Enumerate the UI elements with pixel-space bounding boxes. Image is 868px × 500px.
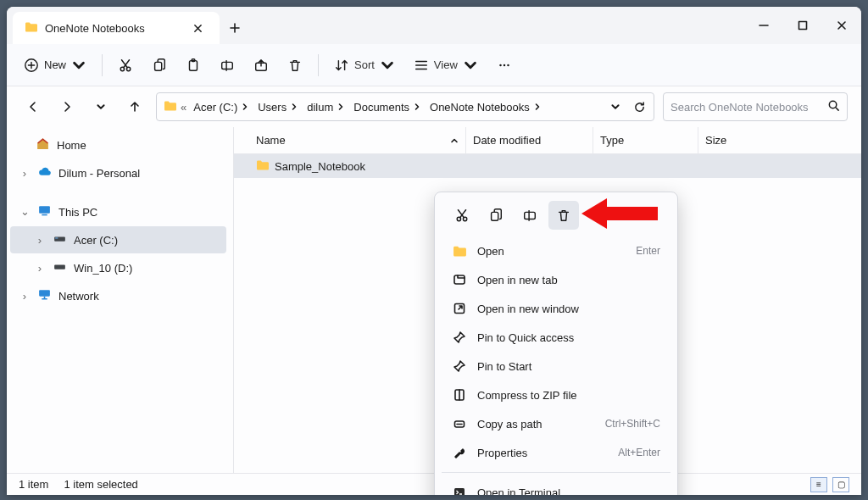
toolbar: New Sort View (7, 44, 861, 86)
svg-rect-14 (42, 214, 47, 216)
breadcrumb-item[interactable]: Users (254, 99, 302, 115)
file-row[interactable]: Sample_Notebook (234, 154, 861, 178)
svg-rect-13 (39, 206, 50, 214)
pc-icon (37, 203, 52, 220)
address-bar[interactable]: « Acer (C:) Users dilum Documents OneNot… (156, 92, 654, 121)
column-header-date[interactable]: Date modified (466, 127, 593, 153)
context-properties[interactable]: Properties Alt+Enter (440, 438, 672, 467)
context-delete-button[interactable] (548, 201, 579, 230)
paste-button[interactable] (177, 51, 209, 80)
address-row: « Acer (C:) Users dilum Documents OneNot… (7, 86, 861, 127)
svg-rect-17 (54, 264, 65, 269)
status-count: 1 item (19, 478, 48, 491)
breadcrumb-item[interactable]: Documents (350, 99, 425, 115)
new-button[interactable]: New (15, 51, 95, 80)
sidebar-item-network[interactable]: › Network (10, 282, 226, 309)
context-open[interactable]: Open Enter (440, 236, 672, 265)
new-window-icon (452, 302, 467, 315)
view-label: View (434, 58, 458, 71)
folder-icon (256, 158, 270, 175)
context-copy-path[interactable]: Copy as path Ctrl+Shift+C (440, 409, 672, 438)
sidebar-item-drive-d[interactable]: › Win_10 (D:) (10, 254, 226, 281)
svg-rect-21 (492, 212, 498, 220)
drive-icon (53, 259, 67, 276)
status-selected: 1 item selected (64, 478, 137, 491)
delete-button[interactable] (279, 51, 311, 80)
forward-button[interactable] (54, 94, 80, 119)
cut-button[interactable] (109, 51, 142, 80)
svg-rect-0 (799, 22, 807, 30)
chevron-right-icon: › (19, 167, 31, 180)
sort-button[interactable]: Sort (326, 51, 403, 80)
context-open-new-tab[interactable]: Open in new tab (440, 265, 672, 294)
drive-icon (53, 231, 67, 248)
breadcrumb-item[interactable]: dilum (303, 99, 348, 115)
tab-current[interactable]: OneNote Notebooks (13, 12, 220, 44)
search-input[interactable] (670, 101, 822, 114)
search-box[interactable] (663, 92, 848, 121)
column-header-size[interactable]: Size (698, 127, 766, 153)
chevron-down-icon: ⌄ (19, 205, 31, 218)
context-open-new-window[interactable]: Open in new window (440, 294, 672, 323)
chevron-right-icon: › (34, 234, 46, 247)
rename-button[interactable] (211, 51, 243, 80)
search-icon (827, 99, 840, 114)
minimize-button[interactable] (744, 7, 783, 44)
view-large-button[interactable]: ▢ (832, 477, 849, 492)
svg-rect-23 (454, 275, 465, 284)
svg-rect-22 (525, 212, 536, 219)
context-open-terminal[interactable]: Open in Terminal (440, 478, 672, 495)
maximize-button[interactable] (783, 7, 822, 44)
breadcrumb-item[interactable]: OneNote Notebooks (426, 99, 545, 115)
column-header-name[interactable]: Name (249, 127, 466, 153)
zip-icon (452, 388, 467, 402)
cloud-icon (37, 164, 52, 181)
context-rename-button[interactable] (515, 201, 545, 230)
file-explorer-window: OneNote Notebooks New Sort (7, 7, 861, 495)
sidebar-item-thispc[interactable]: ⌄ This PC (10, 198, 226, 225)
copy-path-icon (452, 417, 467, 431)
context-compress-zip[interactable]: Compress to ZIP file (440, 381, 672, 409)
tab-close-button[interactable] (187, 18, 208, 38)
folder-icon (25, 20, 38, 36)
sidebar-item-drive-c[interactable]: › Acer (C:) (10, 226, 226, 253)
view-button[interactable]: View (405, 51, 487, 80)
new-label: New (44, 58, 66, 71)
svg-rect-15 (54, 236, 65, 241)
back-button[interactable] (20, 94, 46, 119)
up-button[interactable] (122, 94, 147, 119)
context-pin-quick-access[interactable]: Pin to Quick access (440, 323, 672, 352)
close-window-button[interactable] (822, 7, 861, 44)
sidebar-item-home[interactable]: Home (10, 131, 226, 158)
pin-icon (452, 359, 467, 373)
title-bar: OneNote Notebooks (7, 7, 861, 44)
column-headers: Name Date modified Type Size (234, 127, 861, 154)
callout-arrow (581, 198, 658, 229)
context-cut-button[interactable] (447, 201, 477, 230)
column-header-type[interactable]: Type (593, 127, 698, 153)
view-details-button[interactable]: ≡ (810, 477, 827, 492)
chevron-right-icon: › (19, 290, 31, 303)
chevron-right-icon: › (34, 262, 46, 275)
context-copy-button[interactable] (481, 201, 511, 230)
svg-rect-18 (39, 290, 50, 296)
folder-open-icon (452, 244, 467, 258)
address-dropdown-button[interactable] (604, 96, 626, 118)
sidebar-item-onedrive[interactable]: › Dilum - Personal (10, 159, 226, 186)
share-button[interactable] (245, 51, 277, 80)
file-name: Sample_Notebook (275, 160, 365, 173)
svg-point-12 (829, 101, 836, 108)
tab-title: OneNote Notebooks (45, 22, 181, 35)
folder-icon (164, 99, 177, 115)
navigation-sidebar: Home › Dilum - Personal ⌄ This PC › Ace (7, 127, 234, 473)
refresh-button[interactable] (628, 96, 650, 118)
copy-button[interactable] (143, 51, 175, 80)
context-menu: Open Enter Open in new tab Open in new w… (434, 192, 678, 495)
new-tab-button[interactable] (220, 12, 250, 44)
more-button[interactable] (488, 51, 520, 80)
recent-locations-button[interactable] (88, 94, 114, 119)
breadcrumb-item[interactable]: Acer (C:) (190, 99, 253, 115)
svg-point-9 (499, 64, 502, 66)
context-pin-start[interactable]: Pin to Start (440, 352, 672, 381)
svg-rect-16 (55, 237, 58, 238)
